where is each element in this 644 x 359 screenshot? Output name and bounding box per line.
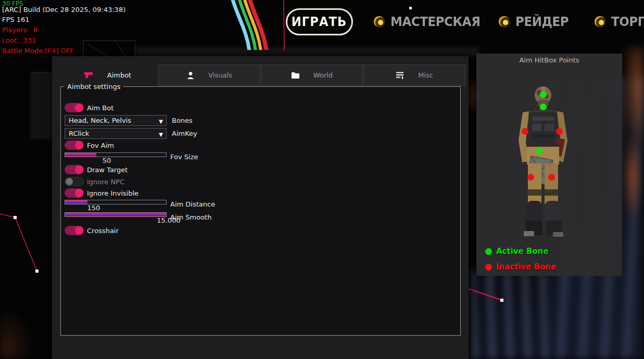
cheat-menu-window: Aimbot Visuals World bbox=[52, 56, 469, 359]
background-rust-texture bbox=[467, 78, 477, 114]
hud-build-info: [ARC] Build (Dec 28 2025, 09:43:38) bbox=[2, 6, 125, 14]
legend-active-bone: Active Bone bbox=[485, 247, 549, 256]
menu-item-label: МАСТЕРСКАЯ bbox=[390, 14, 480, 29]
person-icon bbox=[186, 71, 195, 80]
tab-label: Misc bbox=[418, 71, 433, 79]
hud-players: Players: 8 bbox=[2, 26, 37, 34]
aim-distance-value: 150 bbox=[75, 204, 112, 212]
group-title: Aimbot settings bbox=[65, 83, 123, 91]
ignore-invisible-toggle[interactable] bbox=[65, 188, 84, 198]
player-model bbox=[505, 82, 588, 238]
draw-target-toggle[interactable] bbox=[65, 165, 84, 174]
background-rust-texture bbox=[624, 135, 641, 219]
ignore-invisible-label: Ignore Invisible bbox=[87, 189, 138, 197]
legend-inactive-bone: Inactive Bone bbox=[485, 262, 556, 272]
background-shadow bbox=[0, 310, 31, 359]
ignore-npc-toggle[interactable] bbox=[65, 177, 84, 186]
menu-item-label: ТОРГО bbox=[611, 14, 644, 29]
crosshair-label: Crosshair bbox=[87, 227, 119, 235]
aimkey-dropdown-value: RClick bbox=[65, 130, 156, 137]
aimkey-dropdown[interactable]: RClick bbox=[65, 128, 167, 139]
ignore-npc-label: Ignore NPC bbox=[87, 178, 124, 186]
rainbow-stripes-art bbox=[223, 0, 281, 50]
menu-item-label: РЕЙДЕР bbox=[515, 14, 569, 29]
draw-target-label: Draw Target bbox=[87, 166, 128, 174]
play-button-label: ИГРАТЬ bbox=[292, 15, 347, 29]
fov-size-slider-fill bbox=[65, 153, 96, 157]
gun-icon bbox=[83, 71, 94, 79]
bone-dot-right-thigh[interactable] bbox=[548, 174, 555, 181]
hud-loot: Loot: 331 bbox=[2, 36, 36, 44]
coin-icon bbox=[499, 16, 510, 27]
sliders-icon bbox=[396, 71, 405, 79]
legend-label: Active Bone bbox=[496, 247, 549, 256]
background-structure bbox=[30, 72, 53, 139]
background-window-glow bbox=[471, 271, 549, 359]
bone-dot-head[interactable] bbox=[540, 91, 547, 98]
aim-bot-toggle[interactable] bbox=[65, 103, 84, 112]
hitbox-panel-title: Aim HitBox Points bbox=[476, 56, 622, 64]
legend-label: Inactive Bone bbox=[496, 262, 556, 272]
tab-label: Aimbot bbox=[107, 71, 131, 79]
hud-fps: FPS 161 bbox=[2, 16, 30, 23]
play-button[interactable]: ИГРАТЬ bbox=[286, 8, 353, 35]
bones-dropdown-value: Head, Neck, Pelvis bbox=[65, 117, 156, 124]
bone-dot-right-shoulder[interactable] bbox=[556, 128, 563, 135]
chevron-down-icon bbox=[156, 116, 166, 125]
menu-item-raider[interactable]: РЕЙДЕР bbox=[499, 14, 573, 29]
coin-icon bbox=[595, 16, 605, 27]
tab-label: World bbox=[313, 71, 333, 79]
background-rust-texture bbox=[623, 47, 644, 146]
aimbot-settings-group: Aimbot settings Aim Bot Head, Neck, Pelv… bbox=[60, 83, 461, 336]
esp-node bbox=[409, 7, 412, 9]
hitbox-preview-panel: Aim HitBox Points bbox=[476, 54, 622, 276]
esp-node bbox=[500, 299, 503, 302]
game-screen: 30 FPS [ARC] Build (Dec 28 2025, 09:43:3… bbox=[0, 0, 644, 359]
aim-smooth-slider-fill bbox=[65, 213, 166, 216]
fov-aim-toggle[interactable] bbox=[65, 140, 84, 150]
active-bone-dot-icon bbox=[485, 248, 492, 255]
bone-dot-left-thigh[interactable] bbox=[527, 174, 534, 181]
bone-dot-neck[interactable] bbox=[540, 104, 547, 110]
aim-distance-slider-fill bbox=[65, 200, 87, 204]
esp-node bbox=[35, 270, 39, 273]
aim-distance-label: Aim Distance bbox=[170, 200, 215, 208]
chevron-down-icon bbox=[156, 129, 166, 138]
bones-dropdown[interactable]: Head, Neck, Pelvis bbox=[65, 115, 167, 126]
tab-label: Visuals bbox=[208, 71, 232, 79]
fov-size-label: Fov Size bbox=[170, 153, 198, 161]
aim-smooth-label: Aim Smooth bbox=[170, 213, 211, 221]
esp-node bbox=[14, 216, 17, 219]
hud-battle-mode: Battle Mode [F4] OFF bbox=[2, 47, 74, 55]
crosshair-toggle[interactable] bbox=[65, 226, 84, 235]
folder-icon bbox=[291, 72, 300, 79]
aim-bot-label: Aim Bot bbox=[87, 104, 113, 112]
aimkey-label: AimKey bbox=[172, 130, 197, 137]
menu-item-trade[interactable]: ТОРГО bbox=[595, 14, 644, 29]
bone-dot-left-shoulder[interactable] bbox=[522, 128, 528, 135]
inactive-bone-dot-icon bbox=[485, 264, 492, 271]
background-scene bbox=[135, 47, 479, 56]
coin-icon bbox=[374, 16, 385, 27]
bones-label: Bones bbox=[172, 117, 193, 124]
menu-item-workshop[interactable]: МАСТЕРСКАЯ bbox=[374, 14, 488, 29]
fov-size-value: 50 bbox=[89, 157, 125, 164]
bone-dot-pelvis[interactable] bbox=[536, 148, 542, 155]
fov-aim-label: Fov Aim bbox=[87, 142, 114, 149]
